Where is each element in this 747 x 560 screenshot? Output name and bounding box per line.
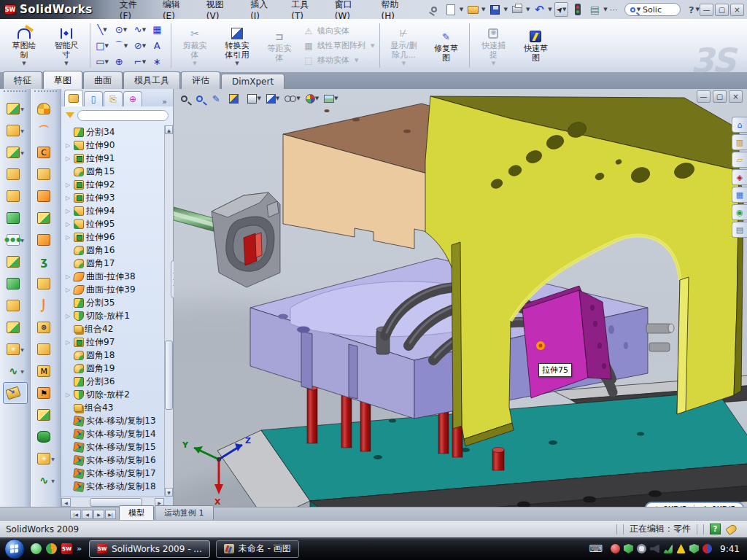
feature-tool-button[interactable]: ▼	[3, 251, 28, 273]
command-tab[interactable]: DimXpert	[221, 74, 285, 89]
feature-tree-item[interactable]: ▷ 实体-移动/复制18	[64, 480, 164, 493]
feature-tree-item[interactable]: ▷ 实体-移动/复制16	[64, 454, 164, 467]
mold-tool-button[interactable]: ▼	[34, 207, 58, 229]
command-tab[interactable]: 评估	[181, 71, 220, 89]
feature-tree-item[interactable]: ▷ 分割36	[64, 375, 164, 388]
taskbar-window-button[interactable]: SW SolidWorks 2009 - ...	[89, 540, 210, 558]
expand-arrow-icon[interactable]: ▷	[64, 273, 71, 280]
feature-tool-button[interactable]: ▼	[3, 273, 28, 295]
mold-tool-button[interactable]: ▼	[34, 185, 58, 207]
convert-entities-button[interactable]: 转换实 体引用▼	[216, 20, 258, 71]
tab-nav-button[interactable]: ▶|	[105, 510, 116, 519]
magnified-selection-icon[interactable]: ✎ ▼	[212, 93, 224, 104]
display-delete-relations-button[interactable]: ⊬ 显示/删 除几...▼	[382, 20, 425, 71]
expand-arrow-icon[interactable]: ▷	[64, 234, 71, 241]
feature-manager-tab[interactable]	[64, 90, 83, 106]
mold-tool-button[interactable]: ▼	[34, 338, 58, 360]
feature-tree-item[interactable]: ▷ 圆角15	[64, 165, 164, 178]
scroll-down-button[interactable]: ▼	[165, 488, 173, 497]
motion-study-tab[interactable]: 运动算例 1	[155, 505, 214, 520]
volume-tray-icon[interactable]	[650, 544, 659, 553]
scroll-left-button[interactable]: ◀	[61, 498, 71, 507]
pin-toolbar-icon[interactable]	[427, 2, 441, 17]
network-tray-icon[interactable]	[663, 544, 673, 553]
feature-tree-item[interactable]: ▷ 分割34	[64, 125, 164, 139]
safety-shield-tray-icon[interactable]	[689, 544, 699, 553]
search-box[interactable]: ▼	[624, 3, 681, 16]
sketch-entity-button[interactable]: ⌐▼	[131, 54, 150, 70]
rebuild-button[interactable]	[570, 2, 585, 17]
configuration-manager-tab[interactable]: ⎘	[104, 91, 123, 106]
feature-tool-button[interactable]: ▼	[3, 120, 28, 141]
feature-tool-button[interactable]: ▼	[3, 141, 28, 163]
expand-arrow-icon[interactable]: ▷	[64, 182, 71, 188]
expand-arrow-icon[interactable]: ▷	[64, 208, 71, 214]
search-input[interactable]	[643, 5, 675, 15]
toolbar-drag-handle[interactable]	[34, 90, 57, 96]
security-alert-tray-icon[interactable]	[611, 544, 620, 553]
feature-tree-item[interactable]: ▷ 曲面-拉伸38	[64, 270, 164, 283]
model-3d-view[interactable]: Y Z X	[174, 89, 747, 507]
feature-tree-item[interactable]: ▷ 分割35	[64, 296, 164, 309]
feature-tool-button[interactable]: ●●● ▼	[3, 229, 28, 251]
feature-tool-button[interactable]: ∿ ▼	[3, 360, 28, 382]
zoom-area-icon[interactable]: ▼	[196, 96, 206, 102]
feature-tree-item[interactable]: ▷ 切除-放样1	[64, 309, 164, 322]
quick-tips-icon[interactable]: ?	[710, 524, 721, 534]
expand-arrow-icon[interactable]: ▷	[64, 142, 71, 149]
hide-show-items-icon[interactable]: ▼	[285, 96, 300, 101]
mold-tool-button[interactable]: ʒ ▼	[34, 251, 58, 273]
expand-arrow-icon[interactable]: ▷	[64, 287, 71, 293]
toolbar-overflow[interactable]: ⋯	[610, 5, 618, 15]
new-document-button[interactable]	[444, 2, 458, 17]
taskbar-window-button[interactable]: 未命名 - 画图	[216, 540, 299, 558]
mold-tool-button[interactable]: ▼	[34, 229, 58, 251]
save-button[interactable]	[488, 2, 503, 17]
doc-minimize-button[interactable]: —	[697, 90, 711, 103]
tab-nav-button[interactable]: ◀	[82, 510, 93, 519]
tab-nav-button[interactable]: |◀	[70, 510, 81, 519]
scrollbar-thumb[interactable]	[165, 341, 173, 410]
feature-tool-button[interactable]: ▼	[3, 98, 28, 120]
toolbar-drag-handle[interactable]	[4, 90, 26, 96]
open-button[interactable]	[465, 2, 480, 17]
view-palette-icon[interactable]: ▦	[732, 187, 747, 203]
feature-tree-item[interactable]: ▷ 拉伸91	[64, 152, 164, 165]
sketch-entity-button[interactable]: ⌒▼	[112, 38, 131, 54]
mold-tool-button[interactable]: ⌡ ▼	[34, 295, 58, 316]
tree-vertical-scrollbar[interactable]: ▲ ▼	[164, 125, 173, 497]
sketch-entity-button[interactable]: ∿▼	[131, 22, 150, 38]
smart-dimension-button[interactable]: 智能尺 寸▼	[45, 20, 88, 71]
mold-tool-button[interactable]: ⚑ ▼	[34, 382, 58, 404]
doc-restore-button[interactable]: ▢	[713, 90, 727, 103]
solidworks-quicklaunch-icon[interactable]: SW	[61, 543, 72, 554]
command-tab[interactable]: 曲面	[83, 71, 123, 89]
appearances-scenes-icon[interactable]: ◉	[732, 204, 747, 220]
restore-button[interactable]: ▢	[715, 4, 729, 16]
feature-tree-item[interactable]: ▷ 曲面-拉伸39	[64, 283, 164, 296]
doc-close-button[interactable]: ×	[729, 90, 743, 103]
feature-tool-button[interactable]: ▼	[3, 185, 28, 207]
app-quicklaunch-icon[interactable]	[46, 543, 57, 554]
feature-tree-item[interactable]: ▷ 实体-移动/复制17	[64, 467, 164, 480]
mold-tool-button[interactable]: ▼	[34, 273, 58, 295]
expand-arrow-icon[interactable]: ▷	[64, 155, 71, 162]
sketch-button[interactable]: 草图绘 制▼	[3, 20, 45, 71]
rapid-sketch-button[interactable]: 快速草 图	[514, 20, 557, 71]
dimxpert-manager-tab[interactable]: ⊕	[123, 91, 142, 106]
mold-tool-button[interactable]: ⌒ ▼	[34, 120, 58, 141]
repair-sketch-button[interactable]: ✎ 修复草 图	[425, 20, 467, 71]
sketch-entity-button[interactable]: ╲▼	[93, 22, 112, 38]
expand-arrow-icon[interactable]: ▷	[64, 339, 71, 346]
offset-entities-button[interactable]: ⊐ 等距实 体	[258, 20, 301, 71]
close-button[interactable]: ×	[730, 4, 744, 16]
sketch-entity-button[interactable]: ∗▼	[150, 54, 169, 70]
tree-filter-input[interactable]	[77, 110, 169, 121]
mold-tool-button[interactable]: M ▼	[34, 360, 58, 382]
feature-tree-item[interactable]: ▷ 拉伸92	[64, 178, 164, 191]
feature-tool-button[interactable]: ▼	[3, 316, 28, 338]
feature-tree-item[interactable]: ▷ 实体-移动/复制13	[64, 414, 164, 427]
expand-arrow-icon[interactable]: ▷	[64, 392, 71, 398]
tag-icon[interactable]	[725, 523, 738, 534]
apply-scene-icon[interactable]: ▼	[324, 95, 338, 103]
